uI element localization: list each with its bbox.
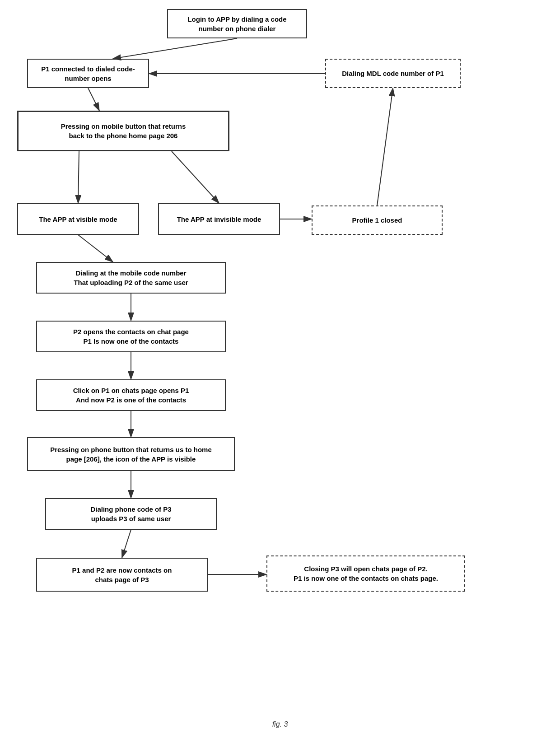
box-dialing_mdl: Dialing MDL code number of P1 [325, 59, 461, 88]
box-invisible_mode: The APP at invisible mode [158, 203, 280, 235]
svg-line-5 [78, 151, 79, 203]
box-dialing_p2: Dialing at the mobile code numberThat up… [36, 262, 226, 294]
svg-line-6 [172, 151, 219, 203]
svg-line-8 [377, 88, 393, 205]
fig-label: fig. 3 [272, 720, 288, 728]
svg-line-14 [122, 530, 131, 558]
box-p1connected: P1 connected to dialed code-number opens [27, 59, 149, 88]
svg-line-4 [88, 88, 99, 111]
svg-line-2 [113, 38, 237, 59]
box-dialing_p3: Dialing phone code of P3uploads P3 of sa… [45, 498, 217, 530]
box-closing_p3: Closing P3 will open chats page of P2.P1… [266, 555, 465, 592]
box-pressing_phone: Pressing on phone button that returns us… [27, 437, 235, 471]
box-click_p1: Click on P1 on chats page opens P1And no… [36, 379, 226, 411]
box-profile_closed: Profile 1 closed [312, 205, 443, 235]
svg-line-9 [78, 235, 113, 262]
diagram-container: Login to APP by dialing a codenumber on … [0, 0, 560, 742]
box-login: Login to APP by dialing a codenumber on … [167, 9, 307, 38]
box-p1p2_contacts: P1 and P2 are now contacts onchats page … [36, 558, 208, 592]
box-p2_opens: P2 opens the contacts on chat pageP1 Is … [36, 321, 226, 352]
box-pressing_mobile: Pressing on mobile button that returnsba… [17, 111, 229, 151]
box-visible_mode: The APP at visible mode [17, 203, 139, 235]
